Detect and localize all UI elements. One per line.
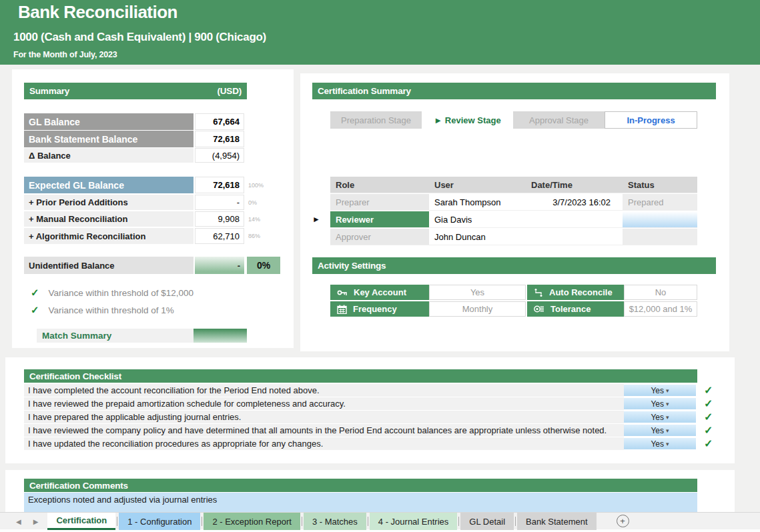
- calendar-icon: [337, 305, 347, 314]
- variance-check-percent: ✓ Variance within threshold of 1%: [31, 304, 174, 316]
- prior-period-row: + Prior Period Additions - 0%: [24, 195, 274, 210]
- checklist-answer-dropdown[interactable]: Yes ▾: [624, 438, 696, 449]
- col-header-role: Role: [330, 177, 429, 193]
- prior-period-pct: 0%: [244, 195, 274, 210]
- table-row-reviewer: Reviewer Gia Davis: [330, 211, 697, 228]
- match-summary-gradient-block: [194, 329, 247, 343]
- algorithmic-recon-value[interactable]: 62,710: [195, 228, 244, 244]
- tab-certification[interactable]: Certification: [47, 513, 115, 530]
- manual-recon-value[interactable]: 9,908: [195, 211, 244, 227]
- reviewer-role-cell: Reviewer: [330, 211, 429, 228]
- col-header-user: User: [429, 177, 526, 193]
- checklist-answer-dropdown[interactable]: Yes ▾: [624, 385, 696, 396]
- variance-check-amount-text: Variance within threshold of $12,000: [49, 288, 194, 298]
- check-icon: ✓: [704, 397, 713, 410]
- chevron-down-icon: ▾: [666, 441, 669, 447]
- sheet-nav-left-icon[interactable]: ◀: [16, 518, 21, 525]
- variance-check-amount: ✓ Variance within threshold of $12,000: [31, 287, 194, 299]
- delta-balance-value[interactable]: (4,954): [195, 148, 244, 163]
- prior-period-value[interactable]: -: [195, 195, 244, 210]
- manual-recon-label: + Manual Reconciliation: [24, 211, 194, 227]
- plus-icon: +: [620, 516, 625, 526]
- tab-bank-statement[interactable]: Bank Statement: [517, 513, 597, 530]
- account-entity-subtitle: 1000 (Cash and Cash Equivalent) | 900 (C…: [13, 31, 266, 44]
- certification-summary-header: Certification Summary: [312, 83, 716, 99]
- certification-summary-title: Certification Summary: [318, 86, 411, 96]
- comments-title: Certification Comments: [29, 481, 128, 491]
- sheet-nav-right-icon[interactable]: ▶: [33, 518, 39, 525]
- reviewer-datetime-cell: [526, 211, 623, 228]
- expected-gl-value[interactable]: 72,618: [195, 177, 244, 193]
- frequency-value[interactable]: Monthly: [429, 301, 526, 317]
- tab-journal-entries[interactable]: 4 - Journal Entries: [370, 513, 458, 530]
- expected-gl-pct: 100%: [244, 177, 274, 193]
- checklist-answer-dropdown[interactable]: Yes ▾: [624, 398, 696, 409]
- approver-user-cell[interactable]: John Duncan: [429, 229, 526, 245]
- stage-preparation[interactable]: Preparation Stage: [330, 111, 422, 129]
- col-header-status: Status: [623, 177, 697, 193]
- key-icon: [337, 289, 348, 297]
- tab-gl-detail[interactable]: GL Detail: [460, 513, 514, 530]
- stage-status-in-progress: In-Progress: [605, 111, 697, 129]
- comments-header: Certification Comments: [24, 479, 697, 492]
- approver-role-cell: Approver: [330, 229, 429, 245]
- checklist-answer-dropdown[interactable]: Yes ▾: [624, 425, 696, 436]
- preparer-user-cell[interactable]: Sarah Thompson: [429, 194, 526, 211]
- expected-gl-label: Expected GL Balance: [24, 177, 194, 193]
- gl-balance-value[interactable]: 67,664: [195, 113, 244, 130]
- comments-input[interactable]: Exceptions noted and adjusted via journa…: [24, 493, 697, 512]
- checklist-answer-value: Yes: [651, 426, 664, 435]
- tab-exception-report[interactable]: 2 - Exception Report: [204, 513, 300, 530]
- certification-panel: Certification Summary Preparation Stage …: [300, 73, 729, 351]
- checklist-answer-value: Yes: [651, 386, 664, 395]
- bank-balance-label: Bank Statement Balance: [24, 131, 194, 147]
- key-account-value[interactable]: Yes: [429, 285, 526, 300]
- summary-currency: (USD): [218, 86, 242, 96]
- bank-balance-row: Bank Statement Balance 72,618: [24, 131, 244, 147]
- activity-settings-header: Activity Settings: [312, 257, 716, 274]
- summary-panel: Summary (USD) GL Balance 67,664 Bank Sta…: [12, 69, 294, 348]
- check-icon: ✓: [704, 384, 713, 397]
- reviewer-status-cell[interactable]: [623, 211, 697, 228]
- frequency-setting: Frequency: [330, 301, 429, 317]
- bank-balance-value[interactable]: 72,618: [195, 131, 244, 147]
- delta-balance-row: Δ Balance (4,954): [24, 148, 244, 163]
- reviewer-user-cell[interactable]: Gia Davis: [429, 211, 526, 228]
- auto-reconcile-value[interactable]: No: [624, 285, 697, 300]
- checklist-answer-dropdown[interactable]: Yes ▾: [624, 411, 696, 423]
- chevron-down-icon: ▾: [666, 387, 669, 394]
- tab-separator: [458, 517, 459, 526]
- preparer-datetime-cell: 3/7/2023 16:02: [526, 194, 623, 211]
- tab-separator: [368, 517, 368, 526]
- checklist-header: Certification Checklist: [24, 369, 697, 383]
- stage-review-active[interactable]: ► Review Stage: [422, 111, 513, 129]
- auto-reconcile-setting: Auto Reconcile: [527, 285, 624, 300]
- period-label: For the Month of July, 2023: [13, 50, 117, 59]
- gl-balance-label: GL Balance: [24, 113, 194, 130]
- check-icon: ✓: [704, 437, 713, 450]
- check-icon: ✓: [704, 424, 713, 437]
- checklist-item-text: I have completed the account reconciliat…: [24, 384, 624, 397]
- add-sheet-button[interactable]: +: [617, 515, 629, 527]
- delta-balance-label: Δ Balance: [24, 148, 194, 163]
- flow-icon: [534, 288, 543, 297]
- unidentified-balance-value: -: [195, 257, 244, 274]
- algorithmic-recon-label: + Algorithmic Reconciliation: [24, 228, 194, 244]
- stage-approval[interactable]: Approval Stage: [513, 111, 605, 129]
- checklist-title: Certification Checklist: [29, 371, 121, 381]
- tab-matches[interactable]: 3 - Matches: [304, 513, 366, 530]
- checklist-item-text: I have prepared the applicable adjusting…: [24, 411, 624, 423]
- checklist-answer-value: Yes: [651, 399, 664, 409]
- signoff-table: Role User Date/Time Status Preparer Sara…: [330, 177, 697, 246]
- preparer-role-cell: Preparer: [330, 194, 429, 211]
- checklist-item-text: I have reviewed the prepaid amortization…: [24, 397, 624, 410]
- checklist-row-1: I have completed the account reconciliat…: [24, 384, 713, 397]
- workflow-stage-strip: Preparation Stage ► Review Stage Approva…: [330, 111, 697, 129]
- tolerance-value[interactable]: $12,000 and 1%: [624, 301, 697, 317]
- expected-gl-row: Expected GL Balance 72,618 100%: [24, 177, 274, 193]
- tab-configuration[interactable]: 1 - Configuration: [119, 513, 200, 530]
- match-summary-label: Match Summary: [37, 331, 111, 341]
- checklist-answer-value: Yes: [651, 439, 664, 449]
- page-header: Bank Reconciliation 1000 (Cash and Cash …: [0, 0, 760, 65]
- money-icon: [534, 305, 544, 313]
